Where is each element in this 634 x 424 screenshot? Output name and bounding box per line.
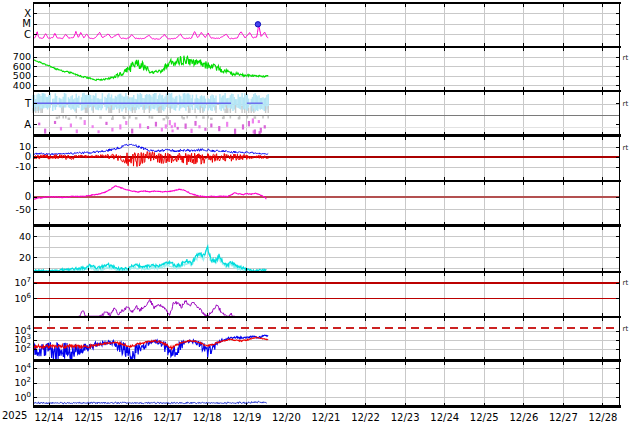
y-axis-label: 0 — [25, 191, 31, 202]
rt-label: rt — [623, 279, 629, 287]
y-axis-label: M — [22, 18, 31, 29]
x-tick-label: 12/22 — [351, 412, 380, 423]
x-tick-label: 12/14 — [35, 412, 64, 423]
y-axis-label: A — [24, 119, 31, 130]
y-axis-label: 40 — [19, 231, 31, 242]
x-tick-label: 12/21 — [312, 412, 341, 423]
y-axis-label: 400 — [13, 80, 31, 91]
x-tick-label: 12/23 — [391, 412, 420, 423]
y-axis-label: -10 — [15, 161, 31, 172]
x-tick-label: 12/16 — [114, 412, 143, 423]
x-tick-label: 12/19 — [232, 412, 261, 423]
year-label: 2025 — [2, 410, 27, 421]
y-axis-label: T — [24, 98, 32, 109]
rt-label: rt — [623, 144, 629, 152]
y-axis-label: C — [24, 29, 31, 40]
x-tick-label: 12/24 — [430, 412, 459, 423]
x-tick-label: 12/25 — [470, 412, 499, 423]
rt-label: rt — [623, 100, 629, 108]
x-tick-label: 12/18 — [193, 412, 222, 423]
rt-label: rt — [623, 325, 629, 333]
rt-label: rt — [623, 54, 629, 62]
x-tick-label: 12/28 — [589, 412, 618, 423]
x-tick-label: 12/20 — [272, 412, 301, 423]
event-marker — [255, 22, 260, 27]
y-axis-label: -50 — [15, 204, 31, 215]
y-axis-label: 20 — [19, 252, 31, 263]
x-tick-label: 12/15 — [74, 412, 103, 423]
x-tick-label: 12/27 — [549, 412, 578, 423]
space-weather-chart: XMC700600500400TA100-100-504020107106104… — [0, 0, 634, 424]
y-axis-label: X — [24, 8, 31, 19]
x-tick-label: 12/26 — [509, 412, 538, 423]
x-tick-label: 12/17 — [153, 412, 182, 423]
chart-canvas: XMC700600500400TA100-100-504020107106104… — [0, 0, 634, 424]
